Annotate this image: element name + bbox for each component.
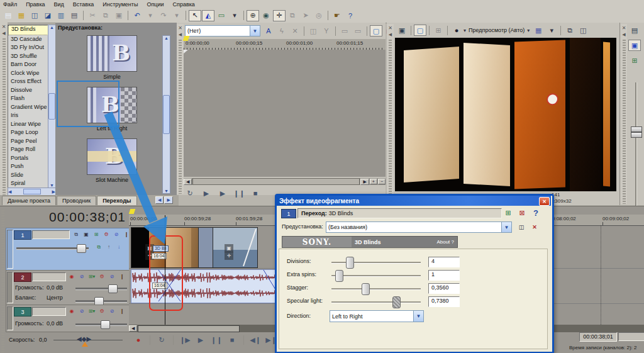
trimmer-dock-grip[interactable]: ✕ ◀ — [177, 24, 184, 194]
tab-scroll-buttons[interactable]: ◀ ▶ — [155, 196, 173, 204]
preset-thumbnail[interactable]: B — [87, 138, 137, 175]
mute-icon[interactable]: ⊘ — [108, 272, 116, 281]
save-preset-icon[interactable]: ◫ — [516, 222, 526, 232]
remove-icon[interactable]: ✕ — [289, 25, 301, 36]
tool-dropdown-icon[interactable]: ▾ — [228, 10, 241, 21]
invert-phase-icon[interactable]: ⊘ — [77, 307, 86, 315]
arm-record-icon[interactable]: ◉ — [67, 307, 76, 315]
transition-item[interactable]: Dissolve — [8, 86, 48, 95]
tab-scroll-left-icon[interactable]: ◀ — [155, 196, 164, 204]
scroll-thumb[interactable] — [48, 93, 55, 120]
scroll-up-icon[interactable]: ▲ — [164, 36, 169, 40]
zoom-out-icon[interactable]: − — [378, 179, 386, 184]
bus-fader-handle-2[interactable] — [631, 132, 642, 138]
slider-handle[interactable] — [346, 257, 354, 269]
preset-dropdown[interactable]: (Без названия) ▼ — [326, 221, 512, 233]
scroll-right-icon[interactable]: ▶ — [360, 179, 369, 185]
cut-icon[interactable]: ✂ — [86, 10, 99, 21]
track-name-field[interactable] — [32, 272, 66, 281]
transition-item[interactable]: Portals — [8, 154, 48, 163]
track-header-1[interactable]: 1 ⧉ ▣ ⊞ ⚙ ⊘ ❙ ⧉ ↑ ↓ — [6, 228, 130, 271]
open-icon[interactable]: ▦ — [15, 10, 28, 21]
track-level-slider[interactable] — [16, 247, 89, 250]
param-value-field[interactable]: 4 — [428, 257, 460, 267]
param-slider[interactable] — [331, 301, 421, 303]
param-slider[interactable] — [331, 288, 421, 290]
automation-settings-icon[interactable]: ⚙ — [102, 230, 111, 238]
param-value-field[interactable]: 0,3560 — [428, 283, 460, 294]
solo-icon[interactable]: ❙ — [118, 307, 126, 315]
external-monitor-icon[interactable]: ▣ — [396, 25, 408, 36]
go-to-start-button[interactable]: ◀❙ — [249, 334, 262, 345]
track-grip[interactable] — [7, 230, 13, 269]
bypass-motion-blur-icon[interactable]: ▣ — [82, 230, 91, 238]
tab-scroll-right-icon[interactable]: ▶ — [164, 196, 172, 204]
auto-ripple-icon[interactable]: ⊕ — [247, 10, 259, 21]
chevron-down-icon[interactable]: ▼ — [501, 222, 511, 232]
copy-frame-icon[interactable]: ⧉ — [564, 25, 576, 36]
close-icon[interactable]: ✕ — [622, 25, 626, 31]
grip-dots[interactable] — [1, 210, 4, 352]
trimmer-loop-icon[interactable]: ↻ — [184, 188, 196, 199]
preset-thumbnail[interactable]: B — [87, 35, 137, 72]
tab-переходы[interactable]: Переходы — [97, 196, 136, 205]
preview-mode-chevron-icon[interactable]: ▾ — [527, 28, 530, 33]
pan-slider[interactable] — [75, 300, 127, 303]
transition-item[interactable]: Page Peel — [8, 137, 48, 146]
param-slider[interactable] — [331, 262, 421, 264]
transition-item[interactable]: Page Roll — [8, 145, 48, 154]
invert-phase-icon[interactable]: ⊘ — [77, 272, 86, 281]
envelope-tool-icon[interactable]: ◭ — [202, 10, 214, 21]
new-project-icon[interactable]: ▤ — [2, 10, 14, 21]
preset-item[interactable]: BSlot Machine — [62, 138, 162, 183]
track-grip[interactable] — [7, 306, 13, 330]
track-header-2[interactable]: 2 ◉ ⊘ ⊞▾ ⚙ ⊘ ❙ Громкость: 0,0 dB Баланс:… — [6, 270, 130, 305]
transition-item[interactable]: Iris — [8, 111, 48, 120]
track-name-field[interactable] — [32, 307, 66, 316]
current-time-display[interactable]: 00:00:38;01 — [18, 210, 126, 225]
save-frame-icon[interactable]: ◫ — [577, 25, 589, 36]
transition-item[interactable]: Page Loop — [8, 128, 48, 137]
scroll-down-icon[interactable]: ▼ — [164, 189, 169, 193]
close-icon[interactable]: ✕ — [178, 25, 182, 31]
presets-vscrollbar[interactable]: ▲ ▼ — [162, 35, 170, 194]
plugin-chain-button[interactable]: 1 — [281, 209, 296, 218]
bus-icon[interactable]: ▤ — [628, 25, 641, 36]
video-event-2[interactable] — [213, 227, 258, 268]
enable-snapping-icon[interactable]: ✛ — [273, 10, 286, 21]
preview-mode-dropdown[interactable]: Предпросмотр (Авто) — [469, 27, 525, 33]
trimmer-play-start-icon[interactable]: ▶ — [200, 188, 213, 199]
chevron-down-icon[interactable]: ▼ — [250, 26, 260, 36]
slider-handle[interactable] — [362, 283, 370, 295]
mute-icon[interactable]: ⊘ — [108, 307, 116, 315]
grip-dots[interactable] — [623, 40, 626, 204]
left-dock-grip[interactable]: ✕ ◀ — [0, 23, 8, 196]
preview-dock-grip[interactable]: ✕ ◀ — [387, 24, 394, 204]
compositing-mode-icon[interactable]: ⧉ — [94, 243, 103, 251]
transition-item[interactable]: Spiral — [8, 179, 48, 188]
transition-item[interactable]: Slide — [8, 171, 48, 180]
track-header-3[interactable]: 3 ◉ ⊘ ⊞▾ ⚙ ⊘ ❙ Громкость: 0,0 dB — [6, 305, 130, 332]
transition-item[interactable]: 3D Fly In/Out — [8, 43, 48, 52]
direction-dropdown[interactable]: Left to Right ▼ — [330, 310, 424, 322]
video-bus-icon[interactable]: ▣ — [628, 40, 641, 51]
play-button[interactable]: ▶ — [194, 334, 207, 345]
tab-проводник[interactable]: Проводник — [57, 196, 96, 205]
grip-dots[interactable] — [389, 40, 392, 204]
menu-item[interactable]: Справка — [173, 1, 195, 8]
paste-icon[interactable]: ▣ — [113, 10, 125, 21]
slider-handle[interactable] — [392, 296, 401, 308]
loop-button[interactable]: ↻ — [155, 334, 168, 345]
param-value-field[interactable]: 1 — [428, 270, 460, 281]
chevron-down-icon[interactable]: ▼ — [413, 311, 423, 322]
trimmer-stop-icon[interactable]: ■ — [249, 188, 262, 199]
pin-icon[interactable]: ◀ — [2, 31, 5, 36]
slider-handle[interactable] — [108, 284, 118, 293]
scroll-left-icon[interactable]: ◀ — [184, 179, 192, 185]
volume-slider[interactable] — [75, 323, 127, 326]
slider-handle[interactable] — [335, 270, 343, 282]
volume-slider[interactable] — [75, 288, 127, 290]
grid-overlay-icon[interactable]: ▦ — [532, 25, 545, 36]
transition-item[interactable]: 3D Cascade — [8, 35, 48, 44]
track-fx-icon[interactable]: ⊞▾ — [87, 307, 96, 315]
